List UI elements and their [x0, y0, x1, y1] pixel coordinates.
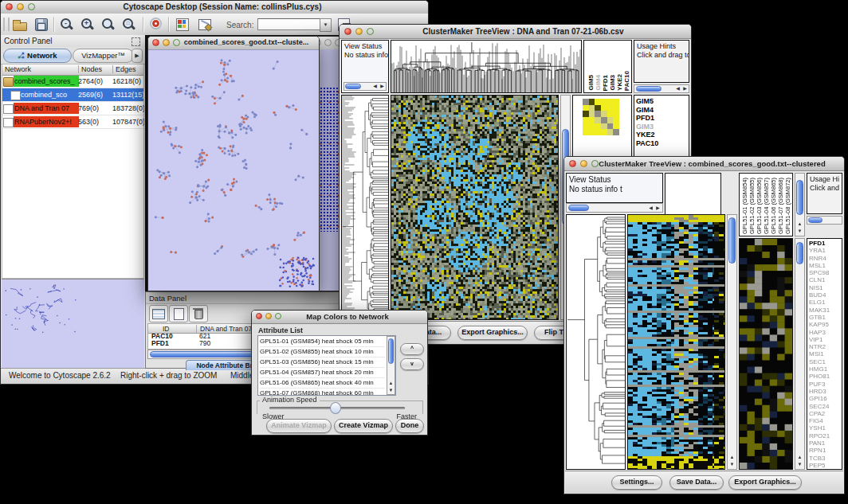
treeview2-window[interactable]: ClusterMaker TreeView : combined_scores_…	[563, 156, 845, 494]
animate-vizmap-button[interactable]: Animate Vizmap	[266, 419, 332, 433]
gene-label[interactable]: SPC98	[809, 269, 830, 276]
tv2-heatmap[interactable]	[627, 214, 725, 470]
gene-label[interactable]: GTB1	[809, 314, 830, 321]
gene-label[interactable]: MSL1	[809, 262, 830, 269]
gene-label[interactable]: PHO81	[809, 373, 830, 380]
gene-label[interactable]: YKE2	[636, 131, 658, 139]
gene-label[interactable]: GIM5	[636, 97, 658, 106]
annotation-icon[interactable]	[197, 17, 213, 32]
move-up-button[interactable]: ^	[400, 343, 424, 355]
zoom-out-icon[interactable]: -	[59, 17, 75, 32]
move-down-button[interactable]: v	[400, 358, 424, 370]
attribute-list-item[interactable]: GPL51-06 (GSM865) heat shock 40 min	[260, 378, 385, 389]
close-button[interactable]	[344, 28, 351, 35]
gene-label[interactable]: ELG1	[809, 299, 830, 306]
tab-vizmapper[interactable]: VizMapper™	[73, 49, 134, 63]
vizmapper-palette-icon[interactable]	[175, 17, 190, 32]
attribute-list-item[interactable]: GPL51-02 (GSM855) heat shock 10 min	[260, 347, 385, 357]
attribute-list-item[interactable]: GPL51-03 (GSM856) heat shock 15 min	[260, 357, 385, 368]
gene-label[interactable]: CLN1	[809, 276, 830, 283]
main-title-bar[interactable]: Cytoscape Desktop (Session Name: collins…	[1, 1, 428, 14]
tab-network[interactable]: Network	[3, 49, 72, 63]
network-view-title-bar[interactable]: combined_scores_good.txt--cluste...	[148, 37, 319, 50]
network-row[interactable]: combined_sco 2569(6) 13112(15)	[2, 88, 143, 102]
gene-label[interactable]: PFD1	[809, 240, 830, 247]
gene-label[interactable]: NIS1	[809, 284, 830, 291]
open-file-icon[interactable]	[12, 17, 28, 32]
save-icon[interactable]	[33, 17, 49, 32]
float-panel-icon[interactable]	[132, 37, 140, 46]
gene-label[interactable]: PUF3	[809, 381, 830, 388]
gene-label[interactable]: YSH1	[809, 424, 830, 432]
tv1-row-dendrogram[interactable]	[341, 95, 389, 320]
create-vizmap-button[interactable]: Create Vizmap	[334, 419, 393, 433]
gene-label[interactable]: SEC24	[809, 403, 830, 410]
gene-label[interactable]: VIP1	[809, 336, 830, 343]
gene-label[interactable]: RPO21	[809, 432, 830, 440]
export-graphics-button[interactable]: Export Graphics...	[457, 326, 528, 340]
close-button[interactable]	[6, 3, 13, 10]
minimize-button[interactable]	[163, 39, 170, 46]
settings-button[interactable]: Settings...	[611, 475, 662, 490]
dialog-title-bar[interactable]: Map Colors to Network	[252, 311, 427, 324]
gene-label[interactable]: HAP3	[809, 329, 830, 336]
gene-label[interactable]: YRA1	[809, 247, 830, 254]
tv1-column-dendrogram[interactable]	[391, 40, 582, 93]
tv1-heatmap[interactable]	[391, 95, 559, 320]
network-overview[interactable]	[2, 279, 144, 369]
treeview1-title-bar[interactable]: ClusterMaker TreeView : DNA and Tran 07-…	[340, 25, 691, 39]
network-canvas[interactable]	[148, 49, 319, 291]
tv1-usage-hints-scrollbar[interactable]: ◀▶	[634, 84, 689, 93]
zoom-fit-icon[interactable]	[100, 17, 116, 32]
gene-label[interactable]: CPA2	[809, 410, 830, 417]
gene-label[interactable]: PEP5	[809, 462, 830, 469]
search-input[interactable]	[257, 18, 321, 30]
tv2-heatmap-vscrollbar[interactable]: ▲▼	[727, 214, 737, 470]
attribute-list-item[interactable]: GPL51-04 (GSM857) heat shock 20 min	[260, 368, 385, 378]
gene-label[interactable]: NTR2	[809, 343, 830, 350]
tv2-view-status-scrollbar[interactable]: ◀▶	[566, 203, 663, 213]
export-graphics-button[interactable]: Export Graphics...	[728, 475, 802, 490]
new-attribute-icon[interactable]	[169, 305, 188, 322]
gene-label[interactable]: PAN1	[809, 440, 830, 447]
gene-label[interactable]: MSI1	[809, 350, 830, 357]
search-dropdown-arrow[interactable]: ▼	[320, 18, 332, 32]
tv2-zoom-vscrollbar[interactable]: ▲▼	[795, 238, 805, 470]
minimize-button[interactable]	[324, 39, 332, 46]
save-data-button[interactable]: Save Data...	[669, 475, 724, 490]
network-row[interactable]: DNA and Tran 07 769(0) 183728(0)	[2, 102, 143, 115]
tv2-column-labels-scrollbar[interactable]: ▲▼	[795, 173, 805, 236]
zoom-selected-icon[interactable]: □	[121, 17, 137, 32]
tv2-row-dendrogram[interactable]	[566, 214, 626, 470]
delete-attribute-icon[interactable]	[189, 305, 208, 322]
network-view-window[interactable]: combined_scores_good.txt--cluste...	[147, 36, 320, 291]
minimize-button[interactable]	[265, 313, 272, 319]
done-button[interactable]: Done	[395, 419, 424, 433]
gene-label[interactable]: MON2	[809, 469, 830, 470]
select-attributes-icon[interactable]	[149, 305, 168, 322]
attribute-list-item[interactable]: GPL51-07 (GSM868) heat shock 60 min	[260, 389, 385, 396]
tv1-view-status-scrollbar[interactable]: ◀▶	[344, 82, 387, 91]
gene-label[interactable]: GIM4	[636, 106, 658, 115]
gene-label[interactable]: HMG1	[809, 365, 830, 373]
gene-label[interactable]: TCB3	[809, 455, 830, 462]
gene-label[interactable]: KAP95	[809, 321, 830, 328]
gene-label[interactable]: FIG4	[809, 417, 830, 424]
tab-overflow-arrow[interactable]: ▶	[132, 49, 143, 63]
gene-label[interactable]: RPN1	[809, 447, 830, 454]
gene-label[interactable]: SEC1	[809, 358, 830, 365]
close-button[interactable]	[569, 160, 576, 167]
gene-label[interactable]: BUD4	[809, 291, 830, 299]
gene-label[interactable]: GIM3	[636, 123, 658, 131]
network-table-header[interactable]: Network Nodes Edges	[2, 64, 143, 76]
gene-label[interactable]: PFD1	[636, 114, 658, 123]
network-row[interactable]: combined_scores_ 2764(0) 16218(0)	[2, 75, 143, 88]
gene-label[interactable]: HRD3	[809, 388, 830, 395]
gene-label[interactable]: GPI16	[809, 395, 830, 402]
attribute-list-scrollbar[interactable]: ▲▼	[387, 336, 395, 395]
help-lifering-icon[interactable]	[149, 17, 165, 32]
network-row[interactable]: RNAPuberNov2+! 563(0) 107847(0)	[2, 115, 143, 129]
animation-slider-thumb[interactable]	[330, 402, 341, 414]
gene-label[interactable]: PAC10	[636, 139, 658, 148]
map-colors-dialog[interactable]: Map Colors to Network Attribute List GPL…	[251, 310, 428, 436]
